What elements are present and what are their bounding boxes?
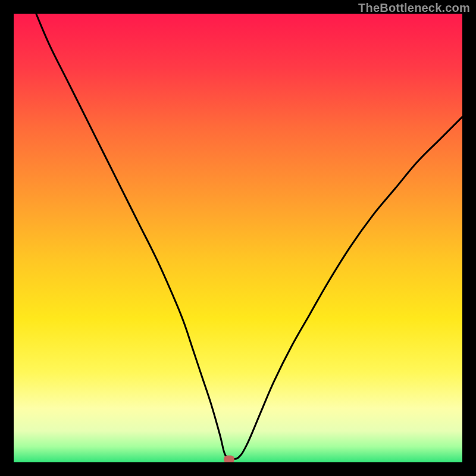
optimal-point-marker: [224, 455, 234, 462]
chart-frame: TheBottleneck.com: [0, 0, 476, 476]
watermark-text: TheBottleneck.com: [358, 1, 470, 15]
chart-svg: [14, 14, 462, 462]
plot-area: [14, 14, 462, 462]
background-gradient: [14, 14, 462, 462]
